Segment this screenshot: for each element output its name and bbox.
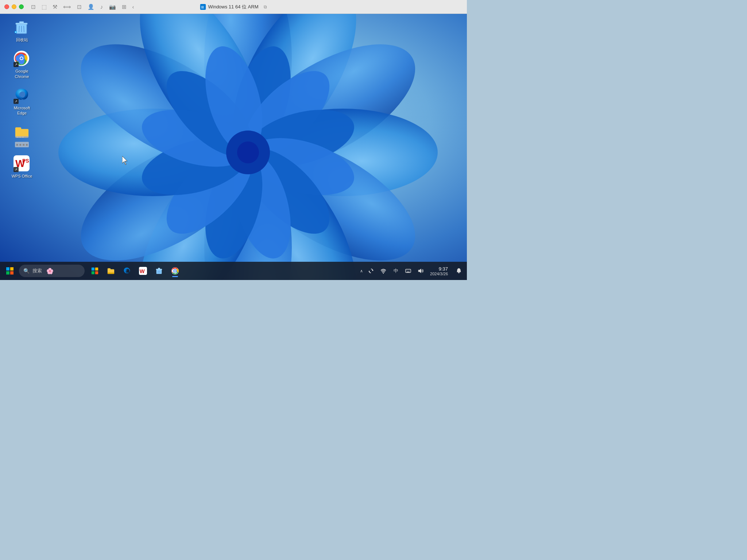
chrome-taskbar-icon bbox=[171, 267, 179, 275]
chrome-label: GoogleChrome bbox=[15, 69, 29, 79]
chrome-shortcut-arrow: ↗ bbox=[13, 62, 19, 67]
mac-toolbar-tool-icon[interactable]: ⚒ bbox=[53, 4, 57, 10]
edge-shortcut-arrow: ↗ bbox=[13, 99, 19, 104]
mac-maximize-button[interactable] bbox=[19, 4, 24, 9]
svg-rect-51 bbox=[6, 267, 9, 271]
taskbar-app-recycle[interactable] bbox=[152, 264, 166, 278]
chrome-icon: ↗ bbox=[13, 50, 30, 67]
windows-taskbar: 🔍 搜索 🌸 bbox=[0, 262, 467, 280]
tray-expand-button[interactable]: ∧ bbox=[359, 267, 364, 275]
svg-rect-43 bbox=[15, 128, 21, 130]
svg-line-32 bbox=[19, 26, 19, 32]
svg-text:⊞: ⊞ bbox=[201, 5, 204, 9]
taskbar-search-placeholder: 搜索 bbox=[32, 268, 42, 274]
clock-date: 2024/3/26 bbox=[430, 272, 448, 276]
taskbar-app-wps[interactable]: W bbox=[136, 264, 150, 278]
mac-toolbar-camera-icon[interactable]: 📷 bbox=[109, 4, 116, 10]
desktop-wallpaper bbox=[0, 14, 467, 280]
tray-notification-icon[interactable] bbox=[454, 266, 464, 276]
taskbar-search-flower: 🌸 bbox=[46, 268, 54, 275]
wps-taskbar-icon: W bbox=[139, 267, 147, 275]
edge-icon: ↗ bbox=[13, 87, 30, 104]
taskbar-app-file-explorer[interactable] bbox=[104, 264, 118, 278]
mac-minimize-button[interactable] bbox=[12, 4, 16, 9]
taskbar-search-icon: 🔍 bbox=[23, 268, 30, 274]
recycle-taskbar-icon bbox=[155, 267, 163, 275]
mac-toolbar-usb-icon[interactable]: ⊡ bbox=[77, 4, 82, 10]
taskbar-clock[interactable]: 9:37 2024/3/26 bbox=[428, 265, 450, 277]
svg-rect-45 bbox=[16, 137, 18, 138]
svg-point-41 bbox=[20, 57, 23, 59]
wps-shortcut-arrow: ↗ bbox=[13, 167, 19, 172]
desktop-icon-wps-office[interactable]: W PS ↗ WPS Office bbox=[7, 154, 36, 180]
widgets-icon bbox=[91, 267, 99, 275]
desktop-icon-microsoft-edge[interactable]: ↗ MicrosoftEdge bbox=[7, 86, 36, 117]
tray-volume-icon[interactable] bbox=[415, 266, 426, 276]
mac-traffic-lights bbox=[4, 4, 24, 9]
svg-text:W: W bbox=[140, 268, 145, 274]
mac-titlebar: ⊡ ⬚ ⚒ ⟺ ⊡ 👤 ♪ 📷 ⊞ ‹ ⊞ Windows 11 64 位 AR… bbox=[0, 0, 467, 14]
svg-rect-47 bbox=[22, 137, 24, 138]
svg-rect-60 bbox=[108, 268, 111, 270]
mac-close-button[interactable] bbox=[4, 4, 9, 9]
svg-rect-46 bbox=[19, 137, 21, 138]
svg-point-28 bbox=[237, 141, 259, 163]
tray-language-icon[interactable]: 中 bbox=[391, 266, 401, 276]
taskbar-app-edge[interactable] bbox=[120, 264, 134, 278]
mac-toolbar-back-icon[interactable]: ‹ bbox=[132, 4, 134, 10]
desktop-icon-recycle-bin[interactable]: 回收站 bbox=[7, 18, 36, 44]
chrome-active-indicator bbox=[172, 276, 178, 277]
desktop-icon-google-chrome[interactable]: ↗ GoogleChrome bbox=[7, 49, 36, 81]
edge-taskbar-icon bbox=[123, 267, 131, 275]
taskbar-search-bar[interactable]: 🔍 搜索 🌸 bbox=[19, 265, 85, 277]
mac-toolbar-volume-icon[interactable]: ♪ bbox=[100, 4, 103, 10]
svg-rect-55 bbox=[92, 268, 94, 271]
wps-icon: W PS ↗ bbox=[13, 155, 30, 172]
svg-text:PS: PS bbox=[22, 158, 29, 164]
mac-window-title: ⊞ Windows 11 64 位 ARM ⧉ bbox=[200, 4, 267, 10]
svg-point-76 bbox=[383, 273, 384, 274]
svg-rect-84 bbox=[458, 272, 460, 273]
taskbar-start-button[interactable] bbox=[3, 264, 17, 278]
wallpaper-svg bbox=[0, 14, 467, 280]
tray-wifi-icon[interactable] bbox=[378, 266, 388, 276]
wps-label: WPS Office bbox=[12, 174, 32, 179]
svg-rect-56 bbox=[95, 268, 98, 271]
svg-rect-54 bbox=[10, 271, 13, 275]
desktop-icons-container: 回收站 ↗ GoogleChrome bbox=[7, 18, 36, 180]
mac-toolbar-split-icon[interactable]: ⊡ bbox=[31, 4, 36, 10]
clock-time: 9:37 bbox=[439, 266, 448, 272]
windows-shield-icon: ⊞ bbox=[200, 4, 206, 10]
mac-toolbar-user-icon[interactable]: 👤 bbox=[88, 4, 94, 10]
titlebar-title-text: Windows 11 64 位 ARM bbox=[208, 4, 259, 10]
tray-keyboard-icon[interactable] bbox=[403, 266, 413, 276]
recycle-bin-icon bbox=[13, 19, 30, 36]
edge-label: MicrosoftEdge bbox=[14, 105, 30, 116]
taskbar-app-chrome[interactable] bbox=[168, 264, 182, 278]
taskbar-left: 🔍 搜索 🌸 bbox=[3, 264, 85, 278]
svg-rect-52 bbox=[10, 267, 13, 271]
folder-icon-img bbox=[13, 124, 30, 140]
svg-point-36 bbox=[15, 32, 16, 33]
svg-line-34 bbox=[24, 26, 24, 32]
svg-rect-61 bbox=[108, 273, 114, 274]
taskbar-apps: W bbox=[88, 264, 359, 278]
file-explorer-icon bbox=[107, 267, 115, 275]
taskbar-app-widgets[interactable] bbox=[88, 264, 102, 278]
mac-toolbar-usb2-icon[interactable]: ⊞ bbox=[122, 4, 127, 10]
mac-toolbar-display-icon[interactable]: ⬚ bbox=[42, 4, 47, 10]
svg-rect-58 bbox=[95, 271, 98, 274]
svg-rect-31 bbox=[19, 22, 24, 23]
svg-point-73 bbox=[174, 270, 176, 272]
mac-toolbar-code-icon[interactable]: ⟺ bbox=[63, 4, 71, 10]
titlebar-copy-icon[interactable]: ⧉ bbox=[264, 4, 267, 9]
mac-toolbar: ⊡ ⬚ ⚒ ⟺ ⊡ 👤 ♪ 📷 ⊞ ‹ bbox=[31, 4, 134, 10]
taskbar-system-tray: ∧ 中 bbox=[359, 265, 464, 277]
svg-rect-53 bbox=[6, 271, 9, 275]
windows-logo-icon bbox=[6, 267, 14, 275]
tray-refresh-icon[interactable] bbox=[366, 266, 376, 276]
folder-label: ■ ■ ■ ■ bbox=[15, 142, 29, 147]
desktop-icon-folder[interactable]: ■ ■ ■ ■ bbox=[7, 122, 36, 149]
svg-rect-57 bbox=[92, 271, 94, 274]
recycle-bin-label: 回收站 bbox=[16, 37, 28, 42]
